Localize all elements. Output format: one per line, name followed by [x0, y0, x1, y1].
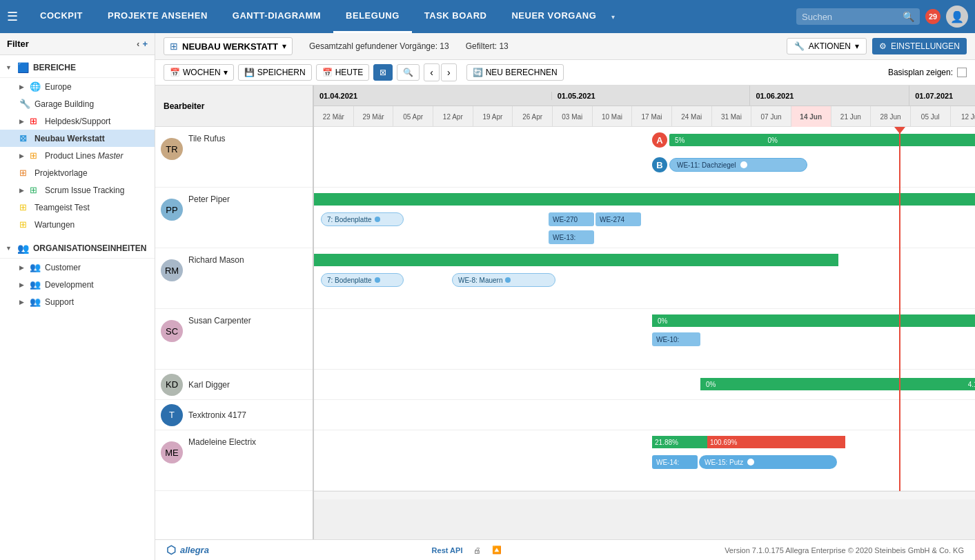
sidebar-item-customer[interactable]: ▶ 👥 Customer	[0, 259, 155, 276]
worker-row-tile-rufus: TR Tile Rufus	[155, 127, 313, 188]
chip-we14[interactable]: WE-14:	[652, 455, 698, 469]
karl-digger-avatar: KD	[161, 374, 183, 396]
worker-row-richard-mason: RM Richard Mason	[155, 248, 313, 309]
sidebar-item-wartungen[interactable]: ⊞ Wartungen	[0, 216, 155, 233]
neubau-icon: ⊠	[19, 133, 30, 143]
date-col-29mar: 29 Mär	[354, 106, 394, 127]
nav-arrows: ‹ ›	[424, 63, 456, 81]
gantt-chart-rows: A 5% 0% B WE-11: Dachziegel	[314, 127, 975, 491]
sidebar-item-europe[interactable]: ▶ 🌐 Europe	[0, 78, 155, 95]
sidebar-item-projektvorlage[interactable]: ⊞ Projektvorlage	[0, 164, 155, 181]
neu-berechnen-icon: 🔄	[473, 68, 483, 77]
filter-label: Filter	[7, 39, 29, 49]
user-avatar[interactable]: 👤	[946, 6, 968, 28]
next-arrow-button[interactable]: ›	[441, 63, 457, 81]
project-selector[interactable]: ⊞ NEUBAU WERKSTATT ▾	[164, 37, 293, 55]
nav-projekte[interactable]: PROJEKTE ANSEHEN	[95, 0, 220, 33]
date-col-05jul: 05 Jul	[911, 106, 951, 127]
gantt-chart-area: 01.04.2021 01.05.2021 01.06.2021 01.07.2…	[314, 86, 975, 539]
filter-add-button[interactable]: +	[142, 39, 148, 49]
nav-neuer-vorgang[interactable]: NEUER VORGANG	[499, 0, 609, 33]
texktronix-name: Texktronix 4177	[188, 410, 246, 420]
product-label: Product Lines Master	[45, 151, 123, 161]
worker-row-madeleine: ME Madeleine Electrix	[155, 430, 313, 491]
tile-rufus-row-b: B WE-11: Dachziegel	[314, 157, 975, 175]
scrum-icon: ⊞	[30, 185, 41, 195]
sidebar-item-development[interactable]: ▶ 👥 Development	[0, 276, 155, 293]
tile-rufus-bar-a: 5% 0%	[669, 134, 975, 146]
chip-we10[interactable]: WE-10:	[652, 332, 700, 346]
peter-piper-chips: 7: Bodenplatte WE-270 WE-274	[314, 211, 975, 228]
menu-icon[interactable]: ☰	[7, 9, 18, 24]
org-icon: 👥	[17, 243, 29, 254]
nav-taskboard[interactable]: TASK BOARD	[412, 0, 500, 33]
search-input[interactable]	[802, 12, 898, 22]
europe-label: Europe	[45, 82, 72, 92]
nav-belegung[interactable]: BELEGUNG	[333, 0, 412, 33]
date-col-17mai: 17 Mai	[632, 106, 672, 127]
neu-berechnen-button[interactable]: 🔄 NEU BERECHNEN	[466, 64, 564, 81]
date-col-19apr: 19 Apr	[473, 106, 513, 127]
chip-we270[interactable]: WE-270	[549, 212, 594, 226]
support-icon: 👥	[30, 297, 41, 307]
tile-rufus-row-a: A 5% 0%	[314, 132, 975, 148]
nav-dropdown-arrow[interactable]: ▾	[611, 13, 615, 21]
search-box[interactable]: 🔍	[796, 8, 920, 25]
chip-we13[interactable]: WE-13:	[549, 230, 594, 244]
wartungen-label: Wartungen	[35, 220, 75, 230]
sidebar-item-teamgeist[interactable]: ⊞ Teamgeist Test	[0, 199, 155, 216]
chip-we15[interactable]: WE-15: Putz	[699, 455, 837, 469]
teamgeist-icon: ⊞	[19, 202, 30, 212]
badge-b-icon: B	[652, 157, 667, 172]
chip-bodenplatte-richard[interactable]: 7: Bodenplatte	[321, 273, 404, 287]
date-col-28jun: 28 Jun	[871, 106, 911, 127]
worker-row-texktronix: T Texktronix 4177	[155, 400, 313, 430]
chip-mauern[interactable]: WE-8: Mauern	[452, 273, 555, 287]
wochen-button[interactable]: 📅 WOCHEN ▾	[164, 64, 234, 81]
zoom-button[interactable]: 🔍	[397, 64, 420, 81]
scrollbar-area[interactable]	[314, 491, 975, 499]
einstellungen-gear-icon: ⚙	[879, 41, 887, 51]
bereiche-icon: 🟦	[17, 62, 29, 73]
chart-row-texktronix	[314, 400, 975, 430]
zoom-icon: 🔍	[403, 68, 413, 77]
heute-button[interactable]: 📅 HEUTE	[316, 64, 370, 81]
nav-gantt[interactable]: GANTT-DIAGRAMM	[220, 0, 333, 33]
sidebar-item-scrum[interactable]: ▶ ⊞ Scrum Issue Tracking	[0, 181, 155, 199]
org-header[interactable]: ▼ 👥 ORGANISATIONSEINHEITEN	[0, 239, 155, 259]
sidebar-item-neubau[interactable]: ⊠ Neubau Werkstatt	[0, 130, 155, 147]
garage-label: Garage Building	[35, 99, 94, 109]
view-toggle-button[interactable]: ⊠	[373, 64, 393, 81]
prev-arrow-button[interactable]: ‹	[424, 63, 440, 81]
sidebar: Filter ‹ + ▼ 🟦 BEREICHE ▶ 🌐 Europe 🔧 Gar…	[0, 33, 155, 560]
speichern-button[interactable]: 💾 SPEICHERN	[238, 64, 312, 81]
tile-rufus-chip-we11[interactable]: WE-11: Dachziegel	[669, 158, 807, 172]
aktionen-wrench-icon: 🔧	[794, 41, 805, 51]
aktionen-button[interactable]: 🔧 AKTIONEN ▾	[787, 38, 867, 54]
view-icon: ⊠	[380, 68, 386, 77]
bereiche-header[interactable]: ▼ 🟦 BEREICHE	[0, 58, 155, 78]
notification-badge[interactable]: 29	[925, 9, 940, 24]
neubau-label: Neubau Werkstatt	[35, 134, 105, 143]
gantt-worker-list: Bearbeiter TR Tile Rufus PP Peter Piper …	[155, 86, 314, 539]
europe-icon: 🌐	[30, 81, 41, 92]
wochen-dropdown: ▾	[224, 68, 228, 77]
richard-mason-name: Richard Mason	[188, 255, 244, 265]
project-selector-icon: ⊞	[170, 41, 178, 52]
sidebar-item-support[interactable]: ▶ 👥 Support	[0, 293, 155, 310]
chip-we274[interactable]: WE-274	[595, 212, 641, 226]
sidebar-item-garage[interactable]: 🔧 Garage Building	[0, 95, 155, 112]
einstellungen-button[interactable]: ⚙ EINSTELLUNGEN	[872, 38, 967, 54]
sidebar-item-product-lines[interactable]: ▶ ⊞ Product Lines Master	[0, 147, 155, 164]
bereiche-section: ▼ 🟦 BEREICHE ▶ 🌐 Europe 🔧 Garage Buildin…	[0, 55, 155, 236]
speichern-label: SPEICHERN	[257, 68, 306, 77]
sidebar-item-helpdesk[interactable]: ▶ ⊞ Helpdesk/Support	[0, 112, 155, 130]
nav-cockpit[interactable]: COCKPIT	[28, 0, 95, 33]
heute-icon: 📅	[322, 68, 333, 77]
basisplan-checkbox[interactable]	[957, 68, 967, 77]
rest-api-link[interactable]: Rest API	[432, 546, 463, 554]
chip-bodenplatte-peter[interactable]: 7: Bodenplatte	[321, 212, 404, 226]
filter-back-arrow[interactable]: ‹	[137, 39, 139, 49]
content-toolbar: ⊞ NEUBAU WERKSTATT ▾ Gesamtzahl gefunden…	[155, 33, 975, 60]
date-group-july: 01.07.2021	[909, 86, 975, 106]
